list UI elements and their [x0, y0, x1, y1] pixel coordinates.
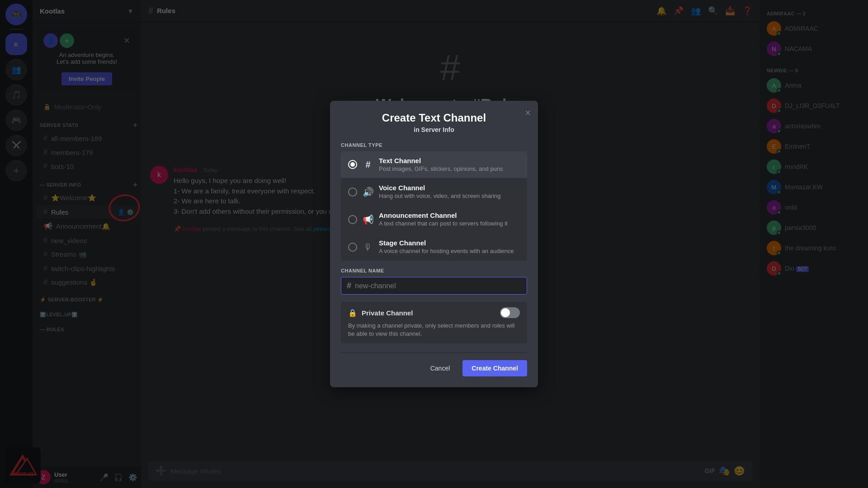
channel-name-input[interactable] [355, 282, 521, 290]
channel-type-voice[interactable]: 🔊 Voice Channel Hang out with voice, vid… [341, 178, 527, 206]
modal-close-button[interactable]: × [525, 108, 531, 118]
channel-type-announcement[interactable]: 📢 Announcement Channel A text channel th… [341, 206, 527, 234]
channel-type-stage[interactable]: 🎙 Stage Channel A voice channel for host… [341, 234, 527, 261]
radio-text [348, 160, 357, 169]
channel-type-text[interactable]: # Text Channel Post images, GIFs, sticke… [341, 151, 527, 179]
text-channel-name: Text Channel [379, 157, 520, 164]
private-channel-row: 🔒 Private Channel [348, 307, 520, 318]
modal-title: Create Text Channel [341, 112, 527, 124]
private-channel-section: 🔒 Private Channel By making a channel pr… [341, 302, 527, 343]
channel-type-label: CHANNEL TYPE [341, 142, 527, 148]
announcement-channel-info: Announcement Channel A text channel that… [379, 211, 520, 228]
stage-channel-icon: 🎙 [363, 242, 373, 253]
subtitle-in: in [414, 126, 419, 133]
channel-name-label: CHANNEL NAME [341, 268, 527, 273]
channel-name-hash: # [347, 281, 351, 291]
radio-voice [348, 188, 357, 197]
voice-channel-name: Voice Channel [379, 184, 520, 192]
stage-channel-desc: A voice channel for hosting events with … [379, 248, 520, 255]
modal-subtitle: in Server Info [341, 126, 527, 133]
channel-type-options: # Text Channel Post images, GIFs, sticke… [341, 151, 527, 261]
radio-stage [348, 243, 357, 252]
channel-name-section: CHANNEL NAME # [341, 268, 527, 295]
private-channel-desc: By making a channel private, only select… [348, 322, 520, 338]
lock-icon: 🔒 [348, 309, 357, 317]
modal-footer: Cancel Create Channel [341, 352, 527, 376]
modal-overlay: × Create Text Channel in Server Info CHA… [0, 0, 868, 488]
announcement-channel-icon: 📢 [363, 214, 373, 225]
voice-channel-icon: 🔊 [363, 187, 373, 197]
voice-channel-info: Voice Channel Hang out with voice, video… [379, 184, 520, 200]
channel-name-input-wrapper: # [341, 277, 527, 295]
stage-channel-info: Stage Channel A voice channel for hostin… [379, 239, 520, 255]
subtitle-location: Server Info [421, 126, 454, 133]
voice-channel-desc: Hang out with voice, video, and screen s… [379, 192, 520, 200]
private-channel-label: Private Channel [362, 309, 495, 317]
stage-channel-name: Stage Channel [379, 239, 520, 247]
radio-announcement [348, 215, 357, 224]
private-channel-toggle[interactable] [500, 307, 520, 318]
create-channel-modal: × Create Text Channel in Server Info CHA… [330, 101, 538, 388]
announcement-channel-desc: A text channel that can post to servers … [379, 220, 520, 228]
text-channel-desc: Post images, GIFs, stickers, opinions, a… [379, 165, 520, 173]
announcement-channel-name: Announcement Channel [379, 211, 520, 219]
text-channel-info: Text Channel Post images, GIFs, stickers… [379, 157, 520, 173]
cancel-button[interactable]: Cancel [423, 361, 458, 375]
create-channel-button[interactable]: Create Channel [462, 360, 527, 376]
text-channel-icon: # [363, 160, 373, 170]
